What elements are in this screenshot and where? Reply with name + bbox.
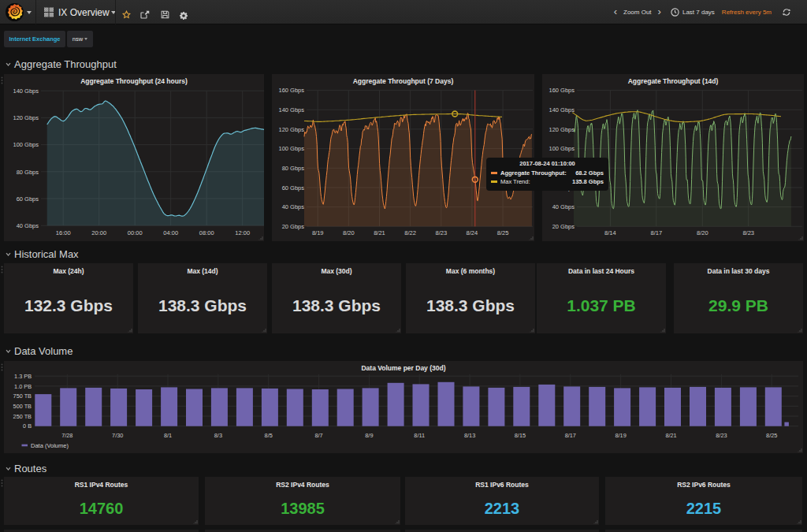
svg-text:8/20: 8/20 (697, 229, 708, 236)
svg-text:8/23: 8/23 (742, 229, 754, 236)
svg-text:20 Gbps: 20 Gbps (282, 223, 305, 230)
svg-text:100 Gbps: 100 Gbps (278, 145, 304, 152)
svg-text:Data (Volume): Data (Volume) (31, 442, 69, 449)
svg-text:16:00: 16:00 (56, 229, 71, 236)
svg-text:8/11: 8/11 (414, 432, 425, 439)
svg-text:8/17: 8/17 (565, 432, 576, 439)
svg-text:0 B: 0 B (23, 422, 32, 430)
svg-text:20 Gbps: 20 Gbps (552, 223, 575, 230)
svg-text:8/7: 8/7 (315, 432, 323, 439)
svg-text:500 TB: 500 TB (13, 403, 32, 410)
svg-text:120 Gbps: 120 Gbps (13, 114, 39, 121)
svg-text:12:00: 12:00 (235, 229, 250, 236)
svg-text:8/25: 8/25 (497, 229, 509, 236)
svg-text:250 TB: 250 TB (13, 413, 32, 420)
svg-text:60 Gbps: 60 Gbps (17, 195, 39, 203)
svg-text:40 Gbps: 40 Gbps (282, 203, 305, 210)
svg-text:8/23: 8/23 (716, 432, 727, 439)
svg-text:00:00: 00:00 (128, 229, 143, 236)
svg-text:120 Gbps: 120 Gbps (278, 126, 304, 133)
svg-text:08:00: 08:00 (199, 229, 214, 236)
svg-text:60 Gbps: 60 Gbps (282, 184, 305, 192)
svg-text:100 Gbps: 100 Gbps (13, 141, 39, 148)
svg-text:140 Gbps: 140 Gbps (549, 106, 575, 113)
svg-text:8/17: 8/17 (650, 229, 662, 236)
svg-text:40 Gbps: 40 Gbps (17, 222, 39, 229)
svg-text:8/25: 8/25 (766, 432, 777, 439)
svg-text:8/22: 8/22 (404, 229, 416, 236)
svg-text:8/15: 8/15 (515, 432, 526, 439)
svg-text:8/21: 8/21 (665, 432, 676, 439)
svg-text:7/28: 7/28 (61, 432, 73, 439)
svg-text:140 Gbps: 140 Gbps (13, 87, 39, 95)
svg-text:750 TB: 750 TB (13, 392, 32, 400)
svg-text:1.0 PB: 1.0 PB (14, 383, 32, 390)
svg-text:8/24: 8/24 (467, 229, 478, 236)
svg-text:8/19: 8/19 (615, 432, 626, 439)
svg-text:8/23: 8/23 (435, 229, 447, 236)
svg-text:8/9: 8/9 (365, 432, 373, 439)
svg-text:140 Gbps: 140 Gbps (278, 106, 304, 113)
svg-text:160 Gbps: 160 Gbps (549, 87, 575, 94)
svg-text:20:00: 20:00 (91, 229, 106, 236)
svg-text:120 Gbps: 120 Gbps (549, 126, 575, 133)
svg-text:8/21: 8/21 (374, 229, 385, 236)
svg-text:8/13: 8/13 (464, 432, 475, 439)
svg-text:04:00: 04:00 (163, 229, 178, 236)
svg-text:1.3 PB: 1.3 PB (14, 373, 32, 380)
svg-text:8/3: 8/3 (214, 432, 222, 439)
svg-text:160 Gbps: 160 Gbps (278, 87, 304, 94)
svg-text:8/20: 8/20 (343, 229, 355, 236)
svg-text:8/14: 8/14 (604, 229, 616, 236)
svg-text:40 Gbps: 40 Gbps (552, 203, 575, 210)
svg-text:80 Gbps: 80 Gbps (282, 165, 305, 172)
svg-text:8/19: 8/19 (312, 229, 324, 236)
svg-text:80 Gbps: 80 Gbps (17, 169, 39, 176)
svg-text:100 Gbps: 100 Gbps (549, 145, 575, 152)
svg-text:7/30: 7/30 (112, 432, 123, 439)
svg-text:8/1: 8/1 (164, 432, 172, 439)
svg-text:8/5: 8/5 (265, 432, 273, 439)
